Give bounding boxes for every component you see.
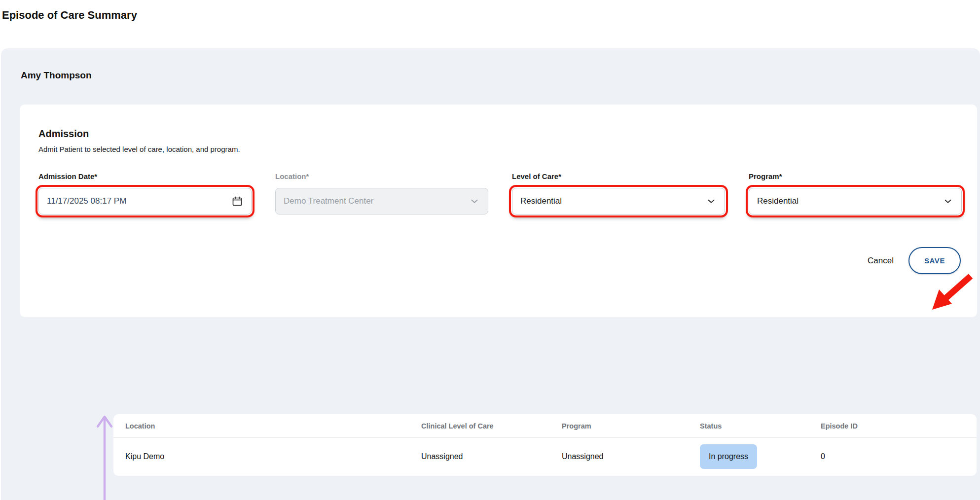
col-header-location: Location (125, 422, 421, 430)
admission-date-field[interactable] (38, 188, 252, 214)
cell-program: Unassigned (562, 452, 700, 461)
col-header-status: Status (700, 422, 821, 430)
status-badge: In progress (700, 444, 757, 469)
location-select: Demo Treatment Center (275, 188, 488, 214)
level-of-care-value: Residential (520, 196, 562, 206)
program-select[interactable]: Residential (749, 188, 962, 214)
form-actions: Cancel SAVE (38, 247, 961, 274)
admission-date-input[interactable] (47, 196, 215, 206)
chevron-down-icon (943, 196, 953, 207)
location-value: Demo Treatment Center (284, 196, 373, 206)
episode-table: Location Clinical Level of Care Program … (113, 414, 977, 476)
location-group: Location* Demo Treatment Center (275, 172, 488, 214)
chevron-down-icon (706, 196, 717, 207)
col-header-clinical-level-of-care: Clinical Level of Care (421, 422, 562, 430)
calendar-icon[interactable] (231, 195, 243, 207)
cancel-button[interactable]: Cancel (868, 256, 894, 266)
table-row: Kipu Demo Unassigned Unassigned In progr… (113, 438, 977, 475)
page-title: Episode of Care Summary (2, 9, 137, 22)
chevron-down-icon (469, 196, 480, 207)
annotation-arrow-icon (928, 271, 978, 315)
col-header-episode-id: Episode ID (821, 422, 965, 430)
patient-name: Amy Thompson (21, 70, 92, 81)
location-label: Location* (275, 172, 488, 180)
col-header-program: Program (562, 422, 700, 430)
program-group: Program* Residential (749, 172, 962, 214)
admission-date-group: Admission Date* (38, 172, 252, 214)
level-of-care-group: Level of Care* Residential (512, 172, 725, 214)
admission-date-label: Admission Date* (38, 172, 252, 180)
admission-card: Admission Admit Patient to selected leve… (20, 105, 977, 317)
cell-status: In progress (700, 444, 821, 469)
level-of-care-select[interactable]: Residential (512, 188, 725, 214)
cell-episode-id: 0 (821, 452, 965, 461)
episode-summary-panel: Amy Thompson Admission Admit Patient to … (1, 48, 980, 500)
program-value: Residential (757, 196, 799, 206)
admission-title: Admission (38, 128, 961, 140)
episode-table-header: Location Clinical Level of Care Program … (113, 414, 977, 438)
admission-form-fields: Admission Date* Location* (38, 172, 961, 214)
save-button[interactable]: SAVE (908, 247, 961, 274)
cell-clinical-level-of-care: Unassigned (421, 452, 562, 461)
level-of-care-label: Level of Care* (512, 172, 725, 180)
admission-subtitle: Admit Patient to selected level of care,… (38, 145, 961, 153)
program-label: Program* (749, 172, 962, 180)
cell-location: Kipu Demo (125, 452, 421, 461)
